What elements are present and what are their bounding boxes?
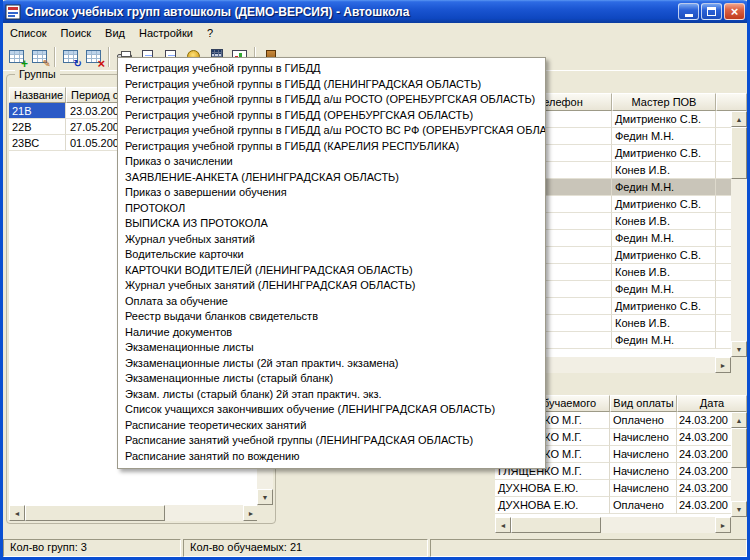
titlebar: Список учебных групп автошколы (ДЕМО-ВЕР… <box>0 0 750 23</box>
column-header-master[interactable]: Мастер ПОВ <box>612 93 716 111</box>
student-extra-cell <box>716 213 731 230</box>
close-button[interactable] <box>724 3 745 20</box>
reports-dropdown-menu: Регистрация учебной группы в ГИБДДРегист… <box>117 57 546 469</box>
payments-horizontal-scrollbar[interactable] <box>495 517 731 533</box>
scroll-up-button[interactable] <box>731 111 747 127</box>
menu-item[interactable]: Экзаменационные листы (2й этап практич. … <box>118 356 545 372</box>
payment-type-cell: Начислено <box>610 480 677 497</box>
menu-item[interactable]: Журнал учебных занятий <box>118 232 545 248</box>
student-master-cell: Федин М.Н. <box>612 332 716 349</box>
menu-item[interactable]: Приказ о зачислении <box>118 154 545 170</box>
student-extra-cell <box>716 298 731 315</box>
delete-icon <box>97 59 105 69</box>
student-master-cell: Конев И.В. <box>612 315 716 332</box>
maximize-icon <box>707 7 716 16</box>
menu-item[interactable]: Список учащихся закончивших обучение (ЛЕ… <box>118 402 545 418</box>
student-master-cell: Дмитриенко С.В. <box>612 145 716 162</box>
student-extra-cell <box>716 281 731 298</box>
scroll-up-button[interactable] <box>731 412 747 428</box>
payment-student-cell: ДУХНОВА Е.Ю. <box>495 480 610 497</box>
menu-item[interactable]: Расписание занятий по вождению <box>118 449 545 465</box>
column-header-name[interactable]: Название <box>9 87 66 103</box>
student-extra-cell <box>716 196 731 213</box>
menu-item[interactable]: ПРОТОКОЛ <box>118 201 545 217</box>
menu-item[interactable]: Регистрация учебной группы в ГИБДД а/ш Р… <box>118 92 545 108</box>
menu-item[interactable]: Расписание теоретических занятий <box>118 418 545 434</box>
delete-group-button[interactable] <box>82 45 105 68</box>
student-master-cell: Дмитриенко С.В. <box>612 196 716 213</box>
students-count-status: Кол-во обучаемых: 21 <box>183 539 428 557</box>
table-row[interactable]: ДУХНОВА Е.Ю. Начислено 24.03.200 <box>495 480 731 497</box>
menu-item[interactable]: ВЫПИСКА ИЗ ПРОТОКОЛА <box>118 216 545 232</box>
menu-item[interactable]: Расписание занятий учебной группы (ЛЕНИН… <box>118 433 545 449</box>
refresh-button[interactable] <box>59 45 82 68</box>
student-extra-cell <box>716 247 731 264</box>
scroll-down-button[interactable] <box>731 501 747 517</box>
payment-date-cell: 24.03.200 <box>677 480 731 497</box>
column-header-date[interactable]: Дата <box>677 395 747 412</box>
scrollbar-thumb[interactable] <box>731 428 747 468</box>
scrollbar-thumb[interactable] <box>511 517 601 533</box>
refresh-icon <box>74 58 82 69</box>
menu-item[interactable]: Регистрация учебной группы в ГИБДД а/ш Р… <box>118 123 545 139</box>
menubar-item[interactable]: Список <box>3 24 54 42</box>
menubar-item[interactable]: Поиск <box>54 24 98 42</box>
menu-item[interactable]: Экзаменационные листы <box>118 340 545 356</box>
menubar-item[interactable]: ? <box>200 24 220 42</box>
scroll-down-button[interactable] <box>731 341 747 357</box>
scroll-down-button[interactable] <box>257 489 273 505</box>
maximize-button[interactable] <box>701 3 722 20</box>
table-row[interactable]: ДУХНОВА Е.Ю. Оплачено 24.03.200 <box>495 497 731 514</box>
groups-horizontal-scrollbar[interactable] <box>9 505 259 521</box>
students-vertical-scrollbar[interactable] <box>731 111 747 357</box>
student-extra-cell <box>716 162 731 179</box>
menu-item[interactable]: Экзам. листы (старый бланк) 2й этап прак… <box>118 387 545 403</box>
menu-item[interactable]: Водительские карточки <box>118 247 545 263</box>
minimize-button[interactable] <box>678 3 699 20</box>
menubar-item[interactable]: Настройки <box>132 24 200 42</box>
scroll-left-button[interactable] <box>495 517 511 533</box>
menu-item[interactable]: Экзаменационные листы (старый бланк) <box>118 371 545 387</box>
groups-panel-title: Группы <box>15 67 60 81</box>
statusbar: Кол-во групп: 3 Кол-во обучаемых: 21 <box>3 537 747 557</box>
group-name-cell: 23ВС <box>9 135 66 151</box>
app-icon <box>5 4 21 20</box>
menu-item[interactable]: Оплата за обучение <box>118 294 545 310</box>
menu-item[interactable]: Регистрация учебной группы в ГИБДД (ЛЕНИ… <box>118 77 545 93</box>
menu-item[interactable]: КАРТОЧКИ ВОДИТЕЛЕЙ (ЛЕНИНГРАДСКАЯ ОБЛАСТ… <box>118 263 545 279</box>
menu-item[interactable]: Приказ о завершении обучения <box>118 185 545 201</box>
scrollbar-thumb[interactable] <box>731 127 747 179</box>
student-master-cell: Дмитриенко С.В. <box>612 298 716 315</box>
student-extra-cell <box>716 145 731 162</box>
scrollbar-thumb[interactable] <box>25 505 165 521</box>
student-master-cell: Федин М.Н. <box>612 281 716 298</box>
groups-count-status: Кол-во групп: 3 <box>3 539 181 557</box>
payment-type-cell: Начислено <box>610 446 677 463</box>
menu-item[interactable]: Регистрация учебной группы в ГИБДД (КАРЕ… <box>118 139 545 155</box>
student-extra-cell <box>716 179 731 196</box>
student-extra-cell <box>716 315 731 332</box>
scroll-left-button[interactable] <box>9 505 25 521</box>
column-header-payment-type[interactable]: Вид оплаты <box>610 395 677 412</box>
menu-item[interactable]: Журнал учебных занятий (ЛЕНИНГРАДСКАЯ ОБ… <box>118 278 545 294</box>
menu-item[interactable]: ЗАЯВЛЕНИЕ-АНКЕТА (ЛЕНИНГРАДСКАЯ ОБЛАСТЬ) <box>118 170 545 186</box>
student-master-cell: Дмитриенко С.В. <box>612 111 716 128</box>
menubar-item[interactable]: Вид <box>98 24 132 42</box>
window-title: Список учебных групп автошколы (ДЕМО-ВЕР… <box>25 5 409 19</box>
menu-item[interactable]: Регистрация учебной группы в ГИБДД (ОРЕН… <box>118 108 545 124</box>
menu-item[interactable]: Регистрация учебной группы в ГИБДД <box>118 61 545 77</box>
edit-group-button[interactable] <box>28 45 51 68</box>
payment-date-cell: 24.03.200 <box>677 429 731 446</box>
scroll-right-button[interactable] <box>715 517 731 533</box>
payment-type-cell: Начислено <box>610 463 677 480</box>
scroll-right-button[interactable] <box>715 357 731 373</box>
scrollbar-corner <box>731 517 747 533</box>
payment-type-cell: Начислено <box>610 429 677 446</box>
menu-item[interactable]: Реестр выдачи бланков свидетельств <box>118 309 545 325</box>
student-master-cell: Конев И.В. <box>612 264 716 281</box>
menu-item[interactable]: Наличие документов <box>118 325 545 341</box>
menubar: СписокПоискВидНастройки? <box>3 23 747 43</box>
column-header-blank[interactable] <box>716 93 747 111</box>
add-group-button[interactable] <box>5 45 28 68</box>
payments-vertical-scrollbar[interactable] <box>731 412 747 517</box>
